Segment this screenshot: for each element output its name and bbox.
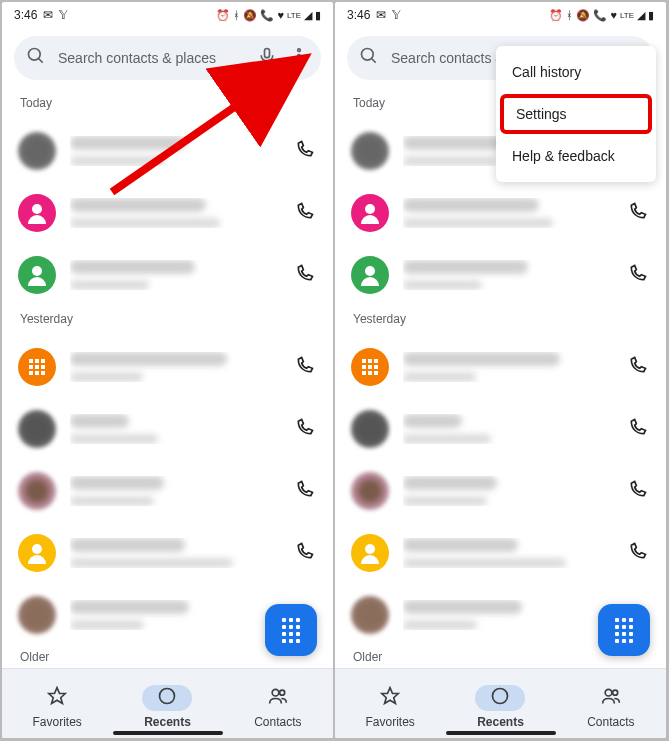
search-bar[interactable]: Search contacts & places xyxy=(14,36,321,80)
nav-favorites[interactable]: Favorites xyxy=(345,685,435,729)
call-row[interactable] xyxy=(2,244,333,306)
call-list: Yesterday xyxy=(335,120,666,668)
mic-icon[interactable] xyxy=(257,46,277,71)
status-time: 3:46 xyxy=(14,8,37,22)
call-button[interactable] xyxy=(293,139,317,164)
nav-label: Favorites xyxy=(32,715,81,729)
nav-recents[interactable]: Recents xyxy=(122,685,212,729)
status-bar: 3:46 ✉ 𝕐 ⏰ ᚼ 🔕 📞 ♥ LTE ◢ ▮ xyxy=(2,2,333,28)
call-button[interactable] xyxy=(626,479,650,504)
call-row[interactable] xyxy=(335,522,666,584)
call-row[interactable] xyxy=(2,120,333,182)
wifi-call-icon: 📞 xyxy=(593,9,607,22)
avatar xyxy=(351,534,389,572)
lte-icon: LTE xyxy=(287,11,301,20)
call-row[interactable] xyxy=(2,522,333,584)
gesture-handle[interactable] xyxy=(446,731,556,735)
twitter-icon: 𝕐 xyxy=(392,8,400,22)
svg-point-17 xyxy=(605,689,612,696)
nav-favorites[interactable]: Favorites xyxy=(12,685,102,729)
avatar xyxy=(351,348,389,386)
call-row[interactable] xyxy=(2,336,333,398)
call-button[interactable] xyxy=(626,355,650,380)
call-button[interactable] xyxy=(626,201,650,226)
svg-point-4 xyxy=(298,48,301,51)
nav-label: Recents xyxy=(477,715,524,729)
gesture-handle[interactable] xyxy=(113,731,223,735)
wifi-icon: ♥ xyxy=(610,9,617,21)
dnd-icon: 🔕 xyxy=(576,9,590,22)
svg-point-5 xyxy=(298,54,301,57)
call-list: Yesterday xyxy=(2,120,333,668)
call-button[interactable] xyxy=(626,541,650,566)
bottom-nav: Favorites Recents Contacts xyxy=(335,668,666,738)
phone-screen-right: 3:46 ✉ 𝕐 ⏰ ᚼ 🔕 📞 ♥ LTE ◢ ▮ Search contac… xyxy=(335,2,666,738)
clock-icon xyxy=(490,686,510,709)
nav-recents[interactable]: Recents xyxy=(455,685,545,729)
call-row[interactable] xyxy=(2,398,333,460)
section-yesterday: Yesterday xyxy=(335,306,666,336)
search-icon xyxy=(359,46,379,71)
lte-icon: LTE xyxy=(620,11,634,20)
phone-screen-left: 3:46 ✉ 𝕐 ⏰ ᚼ 🔕 📞 ♥ LTE ◢ ▮ Search contac… xyxy=(2,2,333,738)
alarm-icon: ⏰ xyxy=(549,9,563,22)
svg-marker-15 xyxy=(382,688,399,704)
gmail-icon: ✉ xyxy=(43,8,53,22)
call-row[interactable] xyxy=(335,336,666,398)
call-row[interactable] xyxy=(335,460,666,522)
call-button[interactable] xyxy=(293,263,317,288)
more-menu-icon[interactable] xyxy=(289,46,309,71)
svg-point-13 xyxy=(362,48,374,60)
avatar xyxy=(18,534,56,572)
call-button[interactable] xyxy=(293,201,317,226)
battery-icon: ▮ xyxy=(648,9,654,22)
svg-point-18 xyxy=(612,690,617,695)
dialpad-icon xyxy=(282,618,300,643)
section-yesterday: Yesterday xyxy=(2,306,333,336)
svg-point-9 xyxy=(272,689,279,696)
call-button[interactable] xyxy=(293,541,317,566)
nav-label: Contacts xyxy=(587,715,634,729)
signal-icon: ◢ xyxy=(304,9,312,22)
dnd-icon: 🔕 xyxy=(243,9,257,22)
avatar xyxy=(18,596,56,634)
star-icon xyxy=(380,686,400,709)
section-today: Today xyxy=(2,90,333,120)
alarm-icon: ⏰ xyxy=(216,9,230,22)
call-row[interactable] xyxy=(335,182,666,244)
call-button[interactable] xyxy=(626,417,650,442)
dialpad-icon xyxy=(615,618,633,643)
call-button[interactable] xyxy=(293,417,317,442)
avatar xyxy=(351,410,389,448)
wifi-icon: ♥ xyxy=(277,9,284,21)
svg-point-10 xyxy=(279,690,284,695)
status-bar: 3:46 ✉ 𝕐 ⏰ ᚼ 🔕 📞 ♥ LTE ◢ ▮ xyxy=(335,2,666,28)
dialpad-fab[interactable] xyxy=(598,604,650,656)
svg-line-1 xyxy=(39,58,43,62)
call-button[interactable] xyxy=(293,355,317,380)
nav-label: Favorites xyxy=(365,715,414,729)
call-row[interactable] xyxy=(335,398,666,460)
svg-marker-7 xyxy=(49,688,66,704)
dialpad-fab[interactable] xyxy=(265,604,317,656)
avatar xyxy=(18,256,56,294)
avatar xyxy=(18,348,56,386)
menu-call-history[interactable]: Call history xyxy=(496,52,656,92)
nav-contacts[interactable]: Contacts xyxy=(233,685,323,729)
clock-icon xyxy=(157,686,177,709)
menu-settings[interactable]: Settings xyxy=(500,94,652,134)
search-icon xyxy=(26,46,46,71)
nav-contacts[interactable]: Contacts xyxy=(566,685,656,729)
svg-point-6 xyxy=(298,60,301,63)
avatar xyxy=(18,410,56,448)
wifi-call-icon: 📞 xyxy=(260,9,274,22)
call-button[interactable] xyxy=(293,479,317,504)
call-button[interactable] xyxy=(626,263,650,288)
menu-help-feedback[interactable]: Help & feedback xyxy=(496,136,656,176)
avatar xyxy=(351,596,389,634)
call-row[interactable] xyxy=(335,244,666,306)
avatar xyxy=(351,256,389,294)
call-row[interactable] xyxy=(2,460,333,522)
call-row[interactable] xyxy=(2,182,333,244)
star-icon xyxy=(47,686,67,709)
